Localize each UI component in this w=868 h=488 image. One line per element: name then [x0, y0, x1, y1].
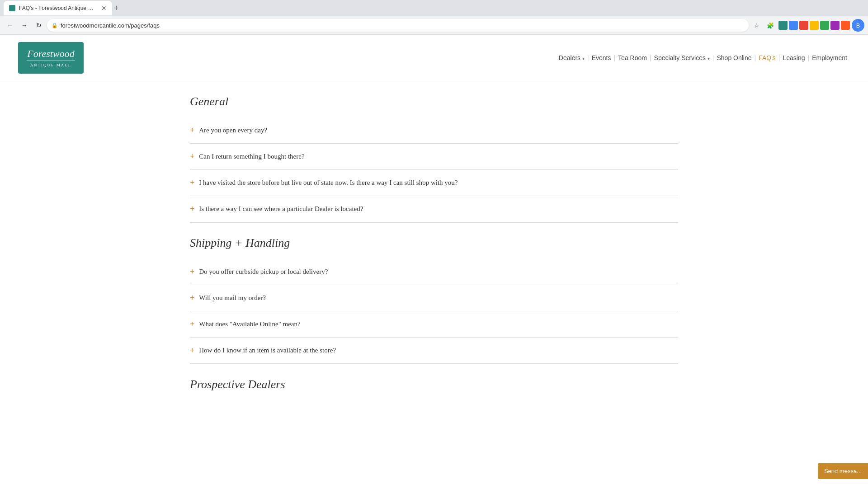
section-title-general: General — [190, 95, 678, 108]
ext-icon-1[interactable] — [778, 21, 788, 30]
tab-title: FAQ's - Forestwood Antique Mall — [19, 5, 98, 11]
faq-section-prospective-dealers: Prospective Dealers — [190, 378, 678, 391]
faq-item-2: + Can I return something I bought there? — [190, 144, 678, 170]
extension-icons — [778, 21, 850, 30]
faq-item-4: + Is there a way I can see where a parti… — [190, 196, 678, 222]
faq-plus-icon-3: + — [190, 178, 194, 187]
dealers-chevron: ▾ — [582, 56, 585, 61]
faq-question-2[interactable]: + Can I return something I bought there? — [190, 152, 678, 161]
tab-favicon — [9, 5, 15, 11]
nav-item-tearoom[interactable]: Tea Room — [615, 52, 650, 63]
profile-button[interactable]: B — [852, 19, 864, 32]
back-button[interactable]: ← — [4, 19, 16, 32]
ext-icon-6[interactable] — [830, 21, 840, 30]
faq-question-1[interactable]: + Are you open every day? — [190, 126, 678, 135]
faq-question-5[interactable]: + Do you offer curbside pickup or local … — [190, 267, 678, 277]
address-bar-wrap: 🔒 — [47, 19, 749, 32]
forward-button[interactable]: → — [18, 19, 31, 32]
faq-item-5: + Do you offer curbside pickup or local … — [190, 259, 678, 285]
nav-item-employment[interactable]: Employment — [809, 52, 850, 63]
section-title-prospective-dealers: Prospective Dealers — [190, 378, 678, 391]
nav-item-dealers[interactable]: Dealers ▾ — [556, 52, 587, 63]
reload-button[interactable]: ↻ — [33, 19, 45, 32]
logo-divider — [27, 60, 75, 61]
main-nav: Dealers ▾ | Events | Tea Room | Specialt… — [556, 52, 850, 63]
faq-item-1: + Are you open every day? — [190, 117, 678, 144]
faq-question-text-3: I have visited the store before but live… — [199, 178, 458, 188]
ext-icon-3[interactable] — [799, 21, 808, 30]
section-divider-general — [190, 222, 678, 223]
faq-question-text-6: Will you mail my order? — [199, 293, 266, 303]
faq-plus-icon-7: + — [190, 320, 194, 328]
extensions-button[interactable]: 🧩 — [764, 19, 777, 32]
section-title-shipping: Shipping + Handling — [190, 236, 678, 250]
faq-question-7[interactable]: + What does "Available Online" mean? — [190, 319, 678, 329]
logo-script: Forestwood — [27, 49, 74, 59]
browser-chrome: FAQ's - Forestwood Antique Mall ✕ + ← → … — [0, 0, 868, 35]
faq-item-3: + I have visited the store before but li… — [190, 170, 678, 196]
faq-plus-icon-5: + — [190, 267, 194, 276]
faq-question-6[interactable]: + Will you mail my order? — [190, 293, 678, 303]
faq-question-text-7: What does "Available Online" mean? — [199, 319, 300, 329]
logo-sub: ANTIQUE MALL — [30, 63, 72, 67]
faq-question-3[interactable]: + I have visited the store before but li… — [190, 178, 678, 188]
new-tab-button[interactable]: + — [114, 4, 119, 13]
faq-plus-icon-2: + — [190, 152, 194, 160]
faq-question-text-1: Are you open every day? — [199, 126, 267, 135]
site-header: Forestwood ANTIQUE MALL Dealers ▾ | Even… — [0, 35, 868, 81]
faq-item-8: + How do I know if an item is available … — [190, 338, 678, 364]
faq-question-text-8: How do I know if an item is available at… — [199, 346, 336, 355]
section-divider-shipping — [190, 364, 678, 364]
faq-section-shipping: Shipping + Handling + Do you offer curbs… — [190, 236, 678, 364]
address-bar[interactable] — [47, 19, 749, 32]
faq-plus-icon-1: + — [190, 126, 194, 134]
ext-icon-7[interactable] — [841, 21, 850, 30]
lock-icon: 🔒 — [52, 23, 58, 28]
faq-plus-icon-6: + — [190, 294, 194, 302]
tab-close-button[interactable]: ✕ — [101, 5, 107, 12]
faq-question-text-4: Is there a way I can see where a particu… — [199, 204, 363, 214]
faq-question-4[interactable]: + Is there a way I can see where a parti… — [190, 204, 678, 214]
browser-toolbar: ← → ↻ 🔒 ☆ 🧩 B — [0, 16, 868, 34]
logo-wrap[interactable]: Forestwood ANTIQUE MALL — [18, 42, 84, 74]
ext-icon-2[interactable] — [789, 21, 798, 30]
bookmark-button[interactable]: ☆ — [750, 19, 763, 32]
faq-question-text-5: Do you offer curbside pickup or local de… — [199, 267, 328, 277]
specialty-chevron: ▾ — [708, 56, 710, 61]
nav-item-shoponline[interactable]: Shop Online — [714, 52, 754, 63]
faq-section-general: General + Are you open every day? + Can … — [190, 95, 678, 223]
browser-tabs: FAQ's - Forestwood Antique Mall ✕ + — [0, 0, 868, 16]
logo-box: Forestwood ANTIQUE MALL — [18, 42, 84, 74]
toolbar-icons: ☆ 🧩 — [750, 19, 777, 32]
main-content: General + Are you open every day? + Can … — [172, 81, 696, 414]
faq-plus-icon-8: + — [190, 346, 194, 354]
faq-plus-icon-4: + — [190, 205, 194, 213]
nav-item-faqs[interactable]: FAQ's — [756, 52, 778, 63]
nav-item-specialty[interactable]: Specialty Services ▾ — [651, 52, 712, 63]
nav-item-leasing[interactable]: Leasing — [780, 52, 808, 63]
nav-item-events[interactable]: Events — [589, 52, 614, 63]
faq-question-text-2: Can I return something I bought there? — [199, 152, 304, 161]
ext-icon-5[interactable] — [820, 21, 829, 30]
faq-question-8[interactable]: + How do I know if an item is available … — [190, 346, 678, 355]
browser-tab-active[interactable]: FAQ's - Forestwood Antique Mall ✕ — [4, 1, 112, 15]
ext-icon-4[interactable] — [810, 21, 819, 30]
faq-item-7: + What does "Available Online" mean? — [190, 311, 678, 338]
faq-item-6: + Will you mail my order? — [190, 285, 678, 311]
